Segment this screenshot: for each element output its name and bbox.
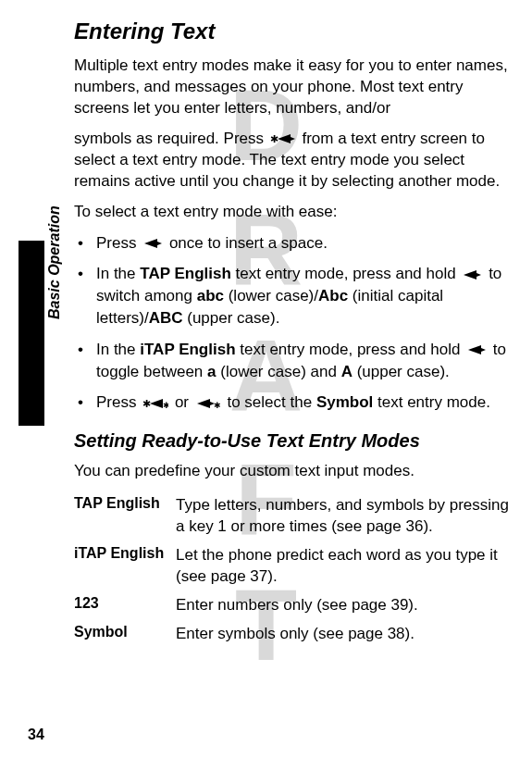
text: text entry mode. (373, 393, 490, 411)
mode-desc: Enter numbers only (see page 39). (176, 591, 513, 620)
nav-key-icon (142, 237, 163, 250)
predefine-paragraph: You can predefine your custom text input… (74, 461, 513, 482)
nav-key-icon (466, 343, 487, 356)
text: Press (96, 393, 141, 411)
mode-itap-english: iTAP English (140, 341, 235, 358)
modes-table: TAP English Type letters, numbers, and s… (74, 491, 513, 649)
bullet-4: Press ✱✱ or ✱ to select the Symbol text … (74, 391, 513, 414)
text: text entry mode, press and hold (231, 265, 461, 282)
table-row: TAP English Type letters, numbers, and s… (74, 491, 513, 541)
side-tab (19, 241, 44, 426)
mode-name: 123 (74, 591, 176, 620)
svg-text:✱: ✱ (163, 401, 168, 410)
text: to select the (223, 393, 316, 411)
bullet-2: In the TAP English text entry mode, pres… (74, 263, 513, 329)
mode-abc-initial: Abc (318, 287, 348, 304)
mode-abc-upper: ABC (149, 309, 183, 327)
text: (upper case). (353, 363, 450, 380)
text: (lower case) and (217, 363, 341, 380)
star-nav-key-icon: ✱ (270, 131, 296, 146)
text: Press (96, 234, 141, 252)
heading-setting-modes: Setting Ready-to-Use Text Entry Modes (74, 430, 513, 452)
bullet-1: Press once to insert a space. (74, 232, 513, 255)
text: text entry mode, press and hold (236, 341, 465, 358)
text: In the (96, 265, 140, 282)
svg-text:✱: ✱ (142, 398, 151, 409)
text: (upper case). (183, 309, 280, 327)
text: or (170, 393, 193, 411)
mode-name: iTAP English (74, 541, 176, 591)
text: symbols as required. Press (74, 130, 268, 147)
table-row: Symbol Enter symbols only (see page 38). (74, 620, 513, 649)
mode-name: TAP English (74, 491, 176, 541)
mode-name: Symbol (74, 620, 176, 649)
table-row: iTAP English Let the phone predict each … (74, 541, 513, 591)
table-row: 123 Enter numbers only (see page 39). (74, 591, 513, 620)
text: once to insert a space. (165, 234, 328, 252)
bullet-list: Press once to insert a space. In the TAP… (74, 232, 513, 415)
mode-desc: Type letters, numbers, and symbols by pr… (176, 491, 513, 541)
mode-desc: Let the phone predict each word as you t… (176, 541, 513, 591)
star-nav-key-icon: ✱✱ (142, 396, 168, 411)
svg-text:✱: ✱ (214, 401, 221, 410)
mode-abc-lower: abc (197, 287, 224, 304)
text: (lower case)/ (224, 287, 318, 304)
mode-symbol: Symbol (316, 393, 373, 411)
mode-a-upper: A (341, 363, 353, 380)
mode-desc: Enter symbols only (see page 38). (176, 620, 513, 649)
page-number: 34 (28, 727, 44, 743)
heading-entering-text: Entering Text (74, 19, 513, 44)
mode-tap-english: TAP English (140, 265, 231, 282)
bullet-3: In the iTAP English text entry mode, pre… (74, 339, 513, 383)
intro-paragraph-2: symbols as required. Press ✱ from a text… (74, 129, 513, 193)
page-content: Entering Text Multiple text entry modes … (0, 0, 532, 667)
nav-star-key-icon: ✱ (195, 396, 221, 411)
svg-text:✱: ✱ (270, 133, 278, 144)
nav-key-icon (462, 268, 482, 281)
lead-in: To select a text entry mode with ease: (74, 202, 513, 223)
mode-a-lower: a (207, 363, 216, 380)
section-label: Basic Operation (46, 205, 63, 319)
intro-paragraph-1: Multiple text entry modes make it easy f… (74, 56, 513, 119)
text: In the (96, 341, 140, 358)
